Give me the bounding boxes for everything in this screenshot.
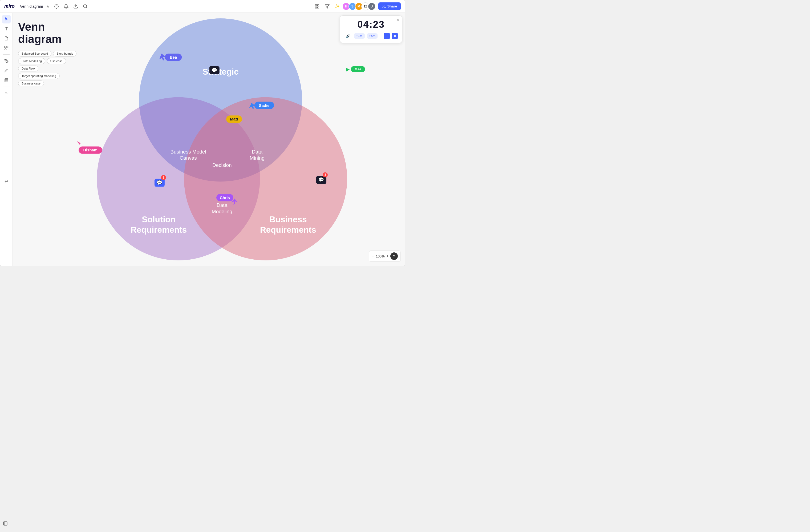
timer-stop-button[interactable] — [384, 33, 390, 39]
highlighter-tool[interactable] — [2, 66, 11, 75]
left-sidebar: » ↩ — [0, 13, 13, 266]
upload-icon[interactable] — [72, 3, 79, 10]
tag-use-case[interactable]: Use case — [47, 58, 66, 64]
main-area: » ↩ Venn diagram Balanced Scorecard Stor… — [0, 13, 405, 266]
avatar-group: H S M 12 U — [344, 2, 376, 11]
avatar-5: U — [368, 2, 376, 11]
tag-balanced-scorecard[interactable]: Balanced Scorecard — [18, 51, 51, 57]
tag-business-case[interactable]: Business case — [18, 80, 44, 86]
decision-label: Decision — [212, 162, 232, 168]
tag-data-flow[interactable]: Data Flow — [18, 66, 38, 71]
solution-label: Solution — [142, 214, 176, 224]
notifications-icon[interactable] — [62, 3, 70, 10]
zoom-in-button[interactable]: + — [386, 254, 389, 259]
timer-controls: 🔊 +1m +5m ⏸ — [344, 32, 398, 40]
search-icon[interactable] — [82, 3, 89, 10]
timer-display: 04:23 — [344, 19, 398, 30]
zoom-out-button[interactable]: − — [372, 254, 374, 259]
svg-point-9 — [383, 5, 384, 6]
app-grid-icon[interactable] — [313, 3, 321, 10]
svg-rect-7 — [315, 7, 317, 8]
business-label2: Requirements — [260, 225, 316, 235]
timer-plus5-button[interactable]: +5m — [367, 33, 377, 39]
svg-rect-5 — [317, 4, 319, 6]
svg-text:3: 3 — [325, 173, 326, 176]
mae-label: Mae — [351, 66, 365, 72]
diagram-title: Venn diagram — [18, 21, 77, 45]
timer-plus1-button[interactable]: +1m — [354, 33, 364, 39]
shapes-tool[interactable] — [2, 44, 11, 52]
svg-text:Bea: Bea — [170, 55, 177, 60]
svg-point-14 — [6, 61, 7, 61]
svg-line-3 — [86, 7, 87, 8]
svg-text:Chris: Chris — [220, 196, 230, 200]
svg-text:💬: 💬 — [319, 177, 324, 182]
star-icon[interactable]: ★ — [46, 4, 50, 9]
venn-diagram: Strategic Business Model Canvas Data Min… — [47, 13, 405, 266]
settings-icon[interactable] — [53, 3, 60, 10]
mae-cursor: ▶ Mae — [346, 66, 365, 72]
app-container: miro Venn diagram ★ — [0, 0, 405, 266]
sidebar-divider-1 — [3, 54, 10, 55]
svg-marker-8 — [325, 4, 329, 8]
svg-text:Matt: Matt — [230, 117, 238, 121]
help-button[interactable]: ? — [390, 253, 398, 260]
timer-panel: ✕ 04:23 🔊 +1m +5m ⏸ — [340, 15, 402, 43]
svg-marker-29 — [77, 141, 80, 145]
topbar: miro Venn diagram ★ — [0, 0, 405, 13]
bmc-label: Business Model — [170, 149, 206, 155]
svg-rect-15 — [5, 79, 8, 82]
svg-text:💬: 💬 — [157, 180, 163, 186]
svg-rect-12 — [4, 46, 6, 48]
svg-rect-6 — [317, 7, 319, 8]
bmc-label2: Canvas — [180, 155, 197, 161]
topbar-right: ✨ H S M 12 U Share — [313, 2, 401, 11]
filter-icon[interactable] — [323, 3, 331, 10]
svg-point-0 — [56, 5, 57, 7]
more-tool[interactable]: » — [2, 89, 11, 98]
share-button[interactable]: Share — [378, 2, 401, 10]
solution-label2: Requirements — [131, 225, 187, 235]
tag-story-boards[interactable]: Story boards — [53, 51, 77, 57]
miro-logo: miro — [4, 3, 15, 9]
dm-label: Data — [252, 149, 263, 155]
tags-list: Balanced Scorecard Story boards State Mo… — [18, 51, 77, 86]
hisham-cursor: Hisham — [77, 141, 102, 154]
svg-text:3: 3 — [163, 176, 164, 179]
tag-state-modelling[interactable]: State Modelling — [18, 58, 45, 64]
board-title[interactable]: Venn diagram — [20, 4, 43, 9]
dm-label2: Mining — [250, 155, 264, 161]
comment-icon-top[interactable]: 💬 — [209, 66, 220, 74]
timer-colon: : — [369, 19, 373, 30]
tag-target-operating[interactable]: Target operating modelling — [18, 73, 60, 79]
strategic-label: Strategic — [202, 67, 239, 77]
svg-text:Hisham: Hisham — [83, 148, 97, 152]
svg-point-2 — [84, 4, 87, 8]
datamod-label: Data — [216, 202, 228, 208]
undo-tool[interactable]: ↩ — [2, 177, 11, 186]
timer-close-button[interactable]: ✕ — [396, 18, 400, 22]
timer-sound-button[interactable]: 🔊 — [344, 32, 352, 40]
timer-pause-button[interactable]: ⏸ — [392, 33, 398, 39]
mae-arrow-icon: ▶ — [346, 66, 350, 72]
frame-tool[interactable] — [2, 76, 11, 84]
sidebar-divider-3 — [3, 100, 10, 100]
sticky-note-tool[interactable] — [2, 34, 11, 43]
topbar-icons — [53, 3, 89, 10]
zoom-controls: − 100% + ? — [369, 251, 401, 262]
sidebar-divider-2 — [3, 86, 10, 87]
text-tool[interactable] — [2, 25, 11, 33]
timer-seconds: 23 — [373, 19, 385, 30]
pen-tool[interactable] — [2, 57, 11, 65]
svg-text:💬: 💬 — [212, 67, 217, 73]
timer-minutes: 04 — [358, 19, 369, 30]
datamod-label2: Modeling — [212, 209, 232, 214]
cursor-tool[interactable] — [2, 15, 11, 23]
canvas[interactable]: Venn diagram Balanced Scorecard Story bo… — [13, 13, 405, 266]
zoom-level-display: 100% — [376, 254, 385, 258]
diagram-panel: Venn diagram Balanced Scorecard Story bo… — [18, 21, 77, 86]
magic-icon[interactable]: ✨ — [334, 3, 341, 10]
svg-point-13 — [6, 46, 8, 48]
business-label: Business — [270, 214, 307, 224]
svg-text:Sadie: Sadie — [259, 103, 270, 108]
